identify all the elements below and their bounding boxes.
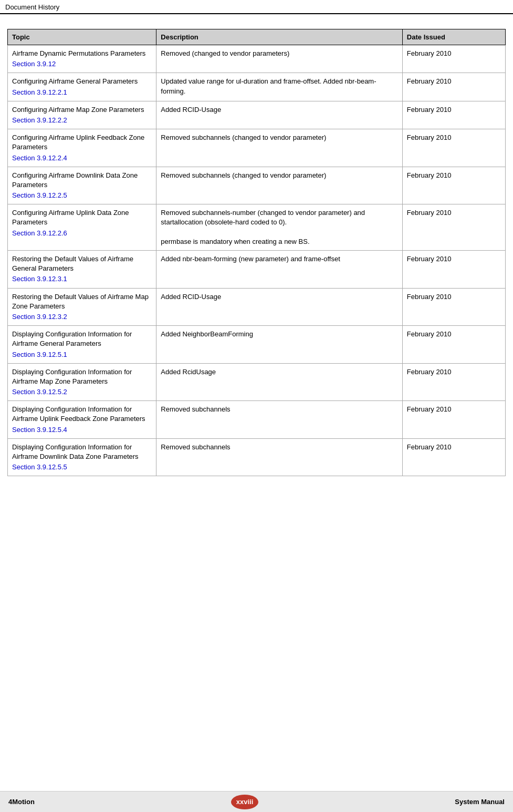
- footer-page-number: xxviii: [231, 795, 258, 809]
- footer-right-label: System Manual: [455, 798, 505, 806]
- cell-date: February 2010: [402, 401, 505, 439]
- description-text: Added RCID-Usage: [161, 106, 221, 114]
- table-row: Configuring Airframe Uplink Feedback Zon…: [8, 129, 506, 167]
- document-history-table: Topic Description Date Issued Airframe D…: [7, 29, 506, 476]
- topic-text: Configuring Airframe Uplink Feedback Zon…: [12, 133, 144, 151]
- cell-date: February 2010: [402, 251, 505, 289]
- topic-link[interactable]: Section 3.9.12.2.1: [12, 88, 152, 97]
- document-header-title: Document History: [5, 3, 59, 11]
- table-row: Restoring the Default Values of Airframe…: [8, 251, 506, 289]
- description-text: Removed (changed to vendor parameters): [161, 49, 289, 57]
- description-text: Removed subchannels: [161, 405, 230, 413]
- cell-date: February 2010: [402, 167, 505, 204]
- cell-description: Added nbr-beam-forming (new parameter) a…: [156, 251, 403, 289]
- topic-link[interactable]: Section 3.9.12.2.4: [12, 153, 152, 163]
- cell-topic: Displaying Configuration Information for…: [8, 363, 156, 401]
- topic-link[interactable]: Section 3.9.12.2.2: [12, 116, 152, 125]
- table-row: Displaying Configuration Information for…: [8, 401, 506, 439]
- cell-description: Updated value range for ul-duration and …: [156, 73, 403, 101]
- table-row: Configuring Airframe General ParametersS…: [8, 73, 506, 101]
- topic-link[interactable]: Section 3.9.12.5.5: [12, 462, 152, 472]
- topic-link[interactable]: Section 3.9.12.2.6: [12, 229, 152, 238]
- col-header-topic: Topic: [8, 29, 156, 45]
- cell-topic: Configuring Airframe Map Zone Parameters…: [8, 101, 156, 129]
- cell-date: February 2010: [402, 101, 505, 129]
- cell-topic: Airframe Dynamic Permutations Parameters…: [8, 45, 156, 73]
- description-text: Updated value range for ul-duration and …: [161, 77, 376, 95]
- cell-topic: Configuring Airframe Downlink Data Zone …: [8, 167, 156, 204]
- description-text: Removed subchannels-number (changed to v…: [161, 209, 365, 226]
- cell-date: February 2010: [402, 326, 505, 364]
- page-footer: 4Motion xxviii System Manual: [0, 791, 513, 812]
- table-row: Configuring Airframe Downlink Data Zone …: [8, 167, 506, 204]
- table-row: Airframe Dynamic Permutations Parameters…: [8, 45, 506, 73]
- cell-topic: Restoring the Default Values of Airframe…: [8, 288, 156, 326]
- cell-description: Removed subchannels: [156, 401, 403, 439]
- table-row: Configuring Airframe Uplink Data Zone Pa…: [8, 204, 506, 251]
- table-row: Displaying Configuration Information for…: [8, 438, 506, 476]
- cell-topic: Configuring Airframe General ParametersS…: [8, 73, 156, 101]
- table-header-row: Topic Description Date Issued: [8, 29, 506, 45]
- cell-description: Removed subchannels (changed to vendor p…: [156, 129, 403, 167]
- topic-link[interactable]: Section 3.9.12.2.5: [12, 191, 152, 200]
- topic-link[interactable]: Section 3.9.12.5.1: [12, 350, 152, 359]
- cell-topic: Displaying Configuration Information for…: [8, 401, 156, 439]
- topic-link[interactable]: Section 3.9.12.5.2: [12, 387, 152, 397]
- cell-date: February 2010: [402, 288, 505, 326]
- topic-text: Restoring the Default Values of Airframe…: [12, 293, 149, 310]
- cell-date: February 2010: [402, 129, 505, 167]
- document-header: Document History: [0, 0, 513, 14]
- cell-date: February 2010: [402, 73, 505, 101]
- cell-topic: Restoring the Default Values of Airframe…: [8, 251, 156, 289]
- cell-description: Added RcidUsage: [156, 363, 403, 401]
- table-row: Restoring the Default Values of Airframe…: [8, 288, 506, 326]
- table-row: Displaying Configuration Information for…: [8, 326, 506, 364]
- topic-text: Displaying Configuration Information for…: [12, 405, 145, 423]
- footer-left-label: 4Motion: [8, 798, 35, 806]
- topic-link[interactable]: Section 3.9.12.3.1: [12, 274, 152, 284]
- topic-text: Configuring Airframe General Parameters: [12, 77, 138, 85]
- cell-description: Removed subchannels (changed to vendor p…: [156, 167, 403, 204]
- topic-link[interactable]: Section 3.9.12.5.4: [12, 425, 152, 435]
- topic-text: Airframe Dynamic Permutations Parameters: [12, 49, 145, 57]
- col-header-date: Date Issued: [402, 29, 505, 45]
- cell-topic: Configuring Airframe Uplink Feedback Zon…: [8, 129, 156, 167]
- cell-description: Added RCID-Usage: [156, 288, 403, 326]
- topic-text: Configuring Airframe Map Zone Parameters: [12, 106, 144, 114]
- description-text: permbase is mandatory when creating a ne…: [161, 238, 309, 245]
- topic-text: Configuring Airframe Downlink Data Zone …: [12, 171, 138, 189]
- content-area: Topic Description Date Issued Airframe D…: [0, 14, 513, 508]
- topic-link[interactable]: Section 3.9.12.3.2: [12, 312, 152, 322]
- cell-topic: Displaying Configuration Information for…: [8, 438, 156, 476]
- description-text: Removed subchannels (changed to vendor p…: [161, 171, 326, 179]
- topic-text: Configuring Airframe Uplink Data Zone Pa…: [12, 209, 129, 226]
- cell-description: Added RCID-Usage: [156, 101, 403, 129]
- description-text: Removed subchannels (changed to vendor p…: [161, 133, 326, 141]
- cell-description: Removed (changed to vendor parameters): [156, 45, 403, 73]
- topic-text: Restoring the Default Values of Airframe…: [12, 255, 133, 272]
- cell-date: February 2010: [402, 363, 505, 401]
- cell-description: Added NeighborBeamForming: [156, 326, 403, 364]
- topic-link[interactable]: Section 3.9.12: [12, 59, 152, 69]
- topic-text: Displaying Configuration Information for…: [12, 330, 132, 347]
- cell-date: February 2010: [402, 204, 505, 251]
- topic-text: Displaying Configuration Information for…: [12, 368, 132, 385]
- topic-text: Displaying Configuration Information for…: [12, 443, 139, 460]
- cell-topic: Displaying Configuration Information for…: [8, 326, 156, 364]
- col-header-description: Description: [156, 29, 403, 45]
- description-text: Added nbr-beam-forming (new parameter) a…: [161, 255, 340, 263]
- table-row: Displaying Configuration Information for…: [8, 363, 506, 401]
- cell-date: February 2010: [402, 438, 505, 476]
- cell-description: Removed subchannels: [156, 438, 403, 476]
- cell-description: Removed subchannels-number (changed to v…: [156, 204, 403, 251]
- description-text: Added RcidUsage: [161, 368, 216, 376]
- table-row: Configuring Airframe Map Zone Parameters…: [8, 101, 506, 129]
- cell-date: February 2010: [402, 45, 505, 73]
- description-text: Added NeighborBeamForming: [161, 330, 253, 338]
- description-text: Removed subchannels: [161, 443, 230, 451]
- description-text: Added RCID-Usage: [161, 293, 221, 301]
- cell-topic: Configuring Airframe Uplink Data Zone Pa…: [8, 204, 156, 251]
